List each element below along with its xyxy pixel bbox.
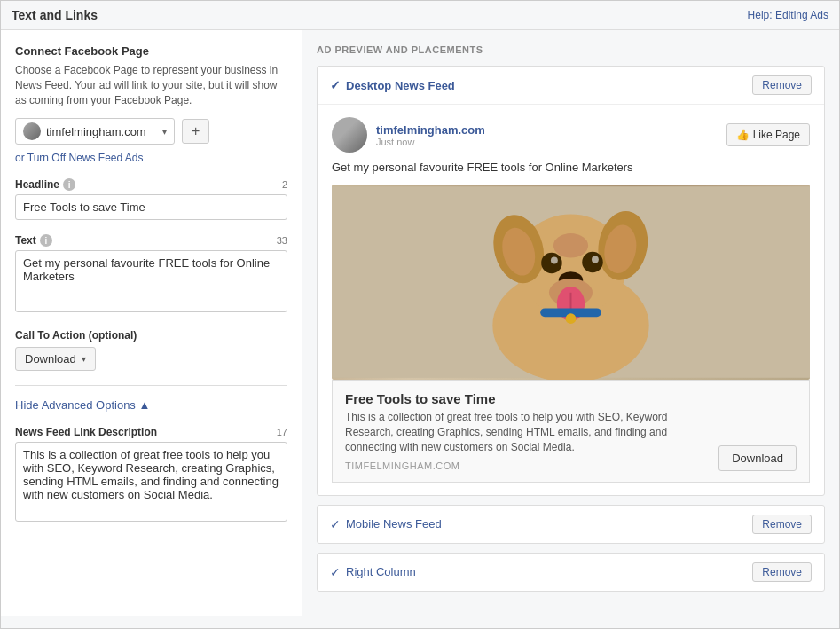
ad-preview-title: AD PREVIEW AND PLACEMENTS (317, 44, 825, 55)
svg-point-10 (592, 256, 599, 263)
add-page-button[interactable]: + (182, 119, 209, 144)
ad-preview-card: timfelmingham.com Just now 👍 Like Page G… (318, 105, 824, 495)
nf-desc-count: 17 (277, 427, 287, 437)
like-page-label: Like Page (753, 129, 800, 141)
page-title: Text and Links (12, 8, 98, 22)
headline-info-icon[interactable]: i (63, 178, 75, 191)
headline-input[interactable] (15, 194, 287, 220)
page-name-label: timfelmingham.com (46, 125, 146, 138)
mobile-checkmark-icon: ✓ (330, 517, 341, 531)
desktop-news-feed-section: ✓ Desktop News Feed Remove timfelming (317, 66, 825, 496)
desktop-label-text: Desktop News Feed (346, 79, 455, 92)
facebook-page-dropdown[interactable]: timfelmingham.com ▾ (15, 118, 175, 145)
dropdown-arrow-icon: ▾ (162, 127, 167, 137)
nf-desc-textarea[interactable]: This is a collection of great free tools… (15, 442, 287, 522)
help-link[interactable]: Help: Editing Ads (748, 9, 828, 21)
ad-bottom-text: Free Tools to save Time This is a collec… (345, 391, 708, 470)
cta-dropdown[interactable]: Download ▾ (15, 347, 96, 371)
turn-off-news-feed-link[interactable]: or Turn Off News Feed Ads (15, 152, 287, 164)
ad-bottom-section: Free Tools to save Time This is a collec… (332, 380, 810, 482)
cta-arrow-icon: ▾ (82, 354, 86, 364)
ad-image (332, 185, 810, 380)
ad-headline-text: Free Tools to save Time (345, 391, 708, 406)
cta-label: Call To Action (optional) (15, 329, 137, 342)
ad-body-text: Get my personal favourite FREE tools for… (332, 160, 810, 176)
mobile-remove-button[interactable]: Remove (752, 515, 812, 534)
text-textarea[interactable]: Get my personal favourite FREE tools for… (15, 250, 287, 312)
text-info-icon[interactable]: i (40, 234, 52, 247)
checkmark-icon: ✓ (330, 78, 341, 92)
desktop-remove-button[interactable]: Remove (752, 75, 812, 95)
svg-point-16 (566, 313, 577, 324)
left-panel: Connect Facebook Page Choose a Facebook … (1, 30, 302, 616)
right-panel: AD PREVIEW AND PLACEMENTS ✓ Desktop News… (302, 30, 839, 616)
like-page-button[interactable]: 👍 Like Page (726, 123, 810, 146)
headline-label: Headline (15, 178, 59, 191)
mobile-label-text: Mobile News Feed (346, 517, 442, 531)
ad-page-name: timfelmingham.com (376, 123, 485, 137)
right-col-checkmark-icon: ✓ (330, 565, 341, 579)
ad-page-avatar (332, 117, 367, 153)
desktop-news-feed-label: ✓ Desktop News Feed (330, 78, 455, 92)
ad-time: Just now (376, 137, 485, 147)
mobile-news-feed-section: ✓ Mobile News Feed Remove (317, 505, 825, 544)
text-label: Text (15, 234, 36, 247)
nf-desc-label: News Feed Link Description (15, 426, 157, 438)
svg-point-9 (551, 257, 558, 264)
advanced-options-link[interactable]: Hide Advanced Options ▲ (15, 398, 287, 412)
ad-page-info: timfelmingham.com Just now (332, 117, 485, 153)
ad-domain-text: TIMFELMINGHAM.COM (345, 460, 708, 471)
text-char-count: 33 (277, 235, 287, 246)
ad-download-button[interactable]: Download (718, 445, 797, 471)
right-col-remove-button[interactable]: Remove (752, 562, 812, 582)
headline-char-count: 2 (282, 179, 287, 190)
connect-facebook-title: Connect Facebook Page (15, 44, 287, 58)
right-col-label-text: Right Column (346, 565, 416, 578)
connect-facebook-desc: Choose a Facebook Page to represent your… (15, 63, 287, 107)
svg-point-7 (541, 253, 562, 274)
ad-description-text: This is a collection of great free tools… (345, 410, 708, 454)
cta-value: Download (25, 352, 76, 366)
page-avatar (23, 122, 41, 140)
svg-point-17 (553, 233, 588, 257)
svg-point-8 (582, 252, 603, 273)
thumbs-up-icon: 👍 (736, 129, 750, 141)
right-column-section: ✓ Right Column Remove (317, 553, 825, 592)
